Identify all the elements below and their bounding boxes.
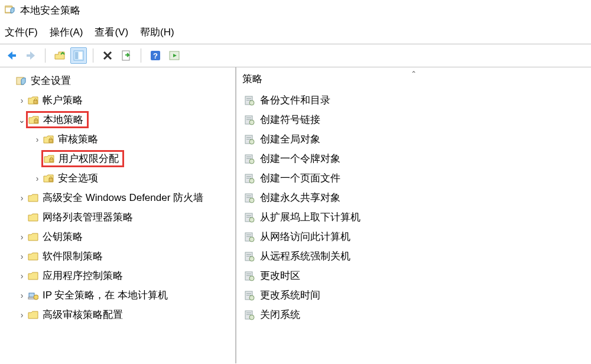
up-button[interactable] (51, 47, 68, 64)
list-item[interactable]: 更改时区 (239, 266, 589, 285)
svg-rect-13 (34, 120, 38, 123)
help-button[interactable]: ? (147, 47, 164, 64)
svg-rect-33 (246, 157, 251, 157)
back-button[interactable] (4, 47, 20, 64)
tree-label: 帐户策略 (43, 93, 83, 107)
svg-rect-38 (246, 178, 251, 178)
svg-rect-57 (246, 274, 251, 274)
svg-rect-2 (11, 54, 16, 57)
list-item[interactable]: 从扩展坞上取下计算机 (239, 207, 589, 227)
list-item[interactable]: 创建永久共享对象 (239, 188, 589, 207)
policy-icon (243, 231, 255, 243)
folder-icon (27, 212, 39, 223)
policy-icon (243, 251, 255, 262)
chevron-right-icon[interactable]: › (17, 232, 27, 242)
chevron-right-icon[interactable]: › (17, 291, 27, 300)
sort-indicator-icon: ⌃ (411, 70, 417, 78)
svg-point-59 (249, 276, 254, 281)
svg-rect-22 (246, 100, 251, 100)
svg-point-43 (249, 198, 254, 203)
tree-label: 公钥策略 (43, 230, 83, 243)
tree-item-pubkey[interactable]: › 公钥策略 (2, 227, 233, 246)
list-label: 创建全局对象 (260, 132, 320, 146)
list-item[interactable]: 创建符号链接 (239, 110, 589, 129)
delete-button[interactable] (99, 47, 116, 64)
svg-point-55 (249, 256, 254, 261)
chevron-right-icon[interactable]: › (32, 135, 43, 144)
tree-item-account[interactable]: › 帐户策略 (2, 90, 233, 110)
export-button[interactable] (118, 47, 135, 64)
tree-item-user-rights[interactable]: › 用户权限分配 (2, 149, 233, 168)
list-item[interactable]: 从远程系统强制关机 (239, 246, 589, 266)
chevron-right-icon[interactable]: › (17, 252, 27, 261)
svg-rect-29 (246, 137, 251, 138)
tree-label: 本地策略 (43, 113, 83, 126)
tree-item-ipsec[interactable]: › IP 安全策略，在 本地计算机 (2, 285, 233, 305)
menu-view[interactable]: 查看(V) (95, 25, 128, 39)
properties-button[interactable] (70, 47, 87, 64)
tree-label: 安全选项 (58, 171, 98, 185)
policy-icon (243, 212, 255, 223)
window-title: 本地安全策略 (20, 4, 80, 17)
tree-root[interactable]: ▶ 安全设置 (2, 71, 233, 90)
tree-item-appctrl[interactable]: › 应用程序控制策略 (2, 266, 233, 285)
list-item[interactable]: 从网络访问此计算机 (239, 227, 589, 246)
list-item[interactable]: 更改系统时间 (239, 285, 589, 305)
tree-item-local[interactable]: ⌄ 本地策略 (2, 110, 233, 129)
folder-lock-icon (28, 114, 40, 126)
list-label: 创建一个页面文件 (260, 171, 340, 185)
folder-lock-icon (27, 95, 39, 106)
folder-icon (27, 251, 39, 262)
svg-rect-34 (246, 158, 251, 159)
folder-lock-icon (43, 134, 54, 145)
policy-icon (243, 173, 255, 184)
folder-lock-icon (43, 153, 55, 165)
policy-icon (243, 95, 255, 106)
svg-rect-50 (246, 236, 251, 237)
chevron-right-icon[interactable]: › (17, 271, 27, 281)
list-item[interactable]: 创建一个页面文件 (239, 168, 589, 188)
tree-label: 高级审核策略配置 (43, 308, 123, 321)
svg-rect-62 (246, 295, 251, 295)
list-label: 创建一个令牌对象 (260, 152, 340, 165)
svg-rect-6 (79, 52, 82, 59)
list-item[interactable]: 备份文件和目录 (239, 90, 589, 110)
tree-item-advaudit[interactable]: › 高级审核策略配置 (2, 305, 233, 324)
svg-rect-12 (34, 100, 37, 103)
chevron-right-icon[interactable]: › (17, 96, 27, 105)
chevron-right-icon[interactable]: › (32, 174, 43, 183)
list-item[interactable]: 关闭系统 (239, 305, 589, 324)
svg-rect-53 (246, 254, 251, 255)
list-label: 更改系统时间 (260, 288, 320, 302)
run-button[interactable] (166, 47, 183, 64)
svg-rect-5 (75, 52, 78, 59)
column-header-label: 策略 (242, 72, 262, 86)
svg-point-67 (249, 315, 254, 320)
tree-label: 应用程序控制策略 (43, 269, 123, 282)
svg-point-19 (34, 295, 38, 300)
tree-label: IP 安全策略，在 本地计算机 (43, 288, 168, 302)
chevron-right-icon[interactable]: › (17, 310, 27, 320)
tree-item-audit[interactable]: › 审核策略 (2, 129, 233, 149)
tree-item-netlist[interactable]: › 网络列表管理器策略 (2, 207, 233, 227)
chevron-right-icon[interactable]: › (17, 193, 27, 203)
tree-item-softrestrict[interactable]: › 软件限制策略 (2, 246, 233, 266)
svg-rect-37 (246, 176, 251, 177)
svg-rect-14 (49, 139, 53, 142)
app-icon (5, 5, 15, 15)
svg-point-27 (249, 120, 254, 125)
list-label: 从远程系统强制关机 (260, 249, 350, 263)
toolbar-separator (93, 48, 93, 63)
list-pane: ⌃ 策略 备份文件和目录 创建符号链接 创建全局对象 创建一个令牌对象 创建一个… (236, 67, 591, 363)
highlight-user-rights: 用户权限分配 (41, 150, 124, 167)
list-item[interactable]: 创建一个令牌对象 (239, 149, 589, 168)
svg-point-39 (249, 178, 254, 183)
menu-file[interactable]: 文件(F) (5, 25, 38, 39)
list-item[interactable]: 创建全局对象 (239, 129, 589, 149)
svg-point-63 (249, 295, 254, 300)
menu-help[interactable]: 帮助(H) (140, 25, 174, 39)
menu-action[interactable]: 操作(A) (50, 25, 83, 39)
tree-item-defender[interactable]: › 高级安全 Windows Defender 防火墙 (2, 188, 233, 207)
tree-item-security-options[interactable]: › 安全选项 (2, 168, 233, 188)
forward-button[interactable] (22, 47, 39, 64)
